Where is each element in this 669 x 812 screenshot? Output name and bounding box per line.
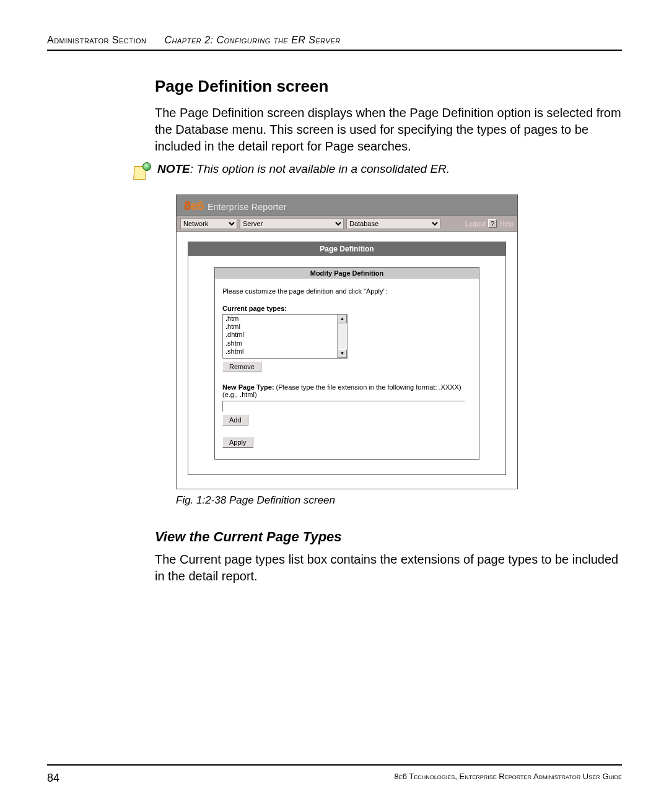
- new-type-label: New Page Type:: [222, 383, 274, 391]
- apply-button[interactable]: Apply: [222, 437, 253, 448]
- add-button[interactable]: Add: [222, 414, 248, 426]
- header-section: Administrator Section: [47, 35, 147, 45]
- subpanel-title: Modify Page Definition: [215, 268, 479, 279]
- types-listbox-wrap: .htm .html .dhtml .shtm .shtml ▲: [222, 314, 348, 359]
- list-item: .htm: [223, 315, 337, 323]
- note-body: : This option is not available in a cons…: [190, 162, 450, 175]
- app-banner: 8e6 Enterprise Reporter: [177, 195, 517, 216]
- panel-title: Page Definition: [188, 242, 505, 256]
- note-text: NOTE: This option is not available in a …: [157, 162, 450, 176]
- scroll-down-icon[interactable]: ▼: [338, 349, 347, 358]
- server-menu[interactable]: Server: [240, 218, 344, 229]
- figure: 8e6 Enterprise Reporter Network Server D…: [176, 194, 622, 507]
- scroll-up-icon[interactable]: ▲: [338, 315, 347, 323]
- app-window: 8e6 Enterprise Reporter Network Server D…: [176, 194, 518, 489]
- types-label: Current page types:: [222, 305, 471, 312]
- content-block: Page Definition screen The Page Definiti…: [155, 77, 622, 155]
- product-name: Enterprise Reporter: [208, 202, 287, 212]
- running-header: Administrator Section Chapter 2: Configu…: [47, 35, 622, 51]
- guide-title: 8e6 Technologies, Enterprise Reporter Ad…: [394, 772, 622, 785]
- scroll-track[interactable]: [338, 323, 347, 349]
- intro-paragraph: The Page Definition screen displays when…: [155, 105, 622, 155]
- running-footer: 84 8e6 Technologies, Enterprise Reporter…: [47, 764, 622, 785]
- subsection-heading: View the Current Page Types: [155, 529, 622, 545]
- list-item: .html: [223, 323, 337, 331]
- note-icon: [133, 162, 151, 181]
- brand-logo: 8e6: [184, 199, 204, 213]
- help-link[interactable]: Help: [499, 220, 514, 227]
- remove-button[interactable]: Remove: [222, 361, 261, 372]
- menu-bar: Network Server Database Logout ? Help: [177, 216, 517, 232]
- doc-page: Administrator Section Chapter 2: Configu…: [0, 0, 669, 812]
- app-body: Page Definition Modify Page Definition P…: [177, 232, 517, 489]
- instruction-text: Please customize the page definition and…: [222, 287, 471, 295]
- subsection-paragraph: The Current page types list box contains…: [155, 551, 622, 585]
- list-item: .shtml: [223, 347, 337, 356]
- page-definition-panel: Page Definition Modify Page Definition P…: [188, 242, 506, 475]
- types-listbox[interactable]: .htm .html .dhtml .shtm .shtml: [223, 315, 337, 358]
- database-menu[interactable]: Database: [346, 218, 440, 229]
- new-type-input[interactable]: [222, 401, 465, 412]
- logout-link[interactable]: Logout: [465, 220, 486, 227]
- list-item: .shtm: [223, 339, 337, 347]
- modify-panel: Modify Page Definition Please customize …: [214, 267, 479, 460]
- list-item: .dhtml: [223, 331, 337, 339]
- listbox-scrollbar: ▲ ▼: [337, 315, 347, 358]
- new-type-label-row: New Page Type: (Please type the file ext…: [222, 383, 471, 398]
- page-number: 84: [47, 772, 59, 785]
- section-heading: Page Definition screen: [155, 77, 622, 96]
- network-menu[interactable]: Network: [180, 218, 237, 229]
- help-q-button[interactable]: ?: [488, 219, 497, 228]
- figure-caption: Fig. 1:2-38 Page Definition screen: [176, 494, 622, 507]
- note-row: NOTE: This option is not available in a …: [133, 162, 622, 181]
- header-chapter: Chapter 2: Configuring the ER Server: [165, 35, 341, 45]
- note-label: NOTE: [157, 162, 190, 175]
